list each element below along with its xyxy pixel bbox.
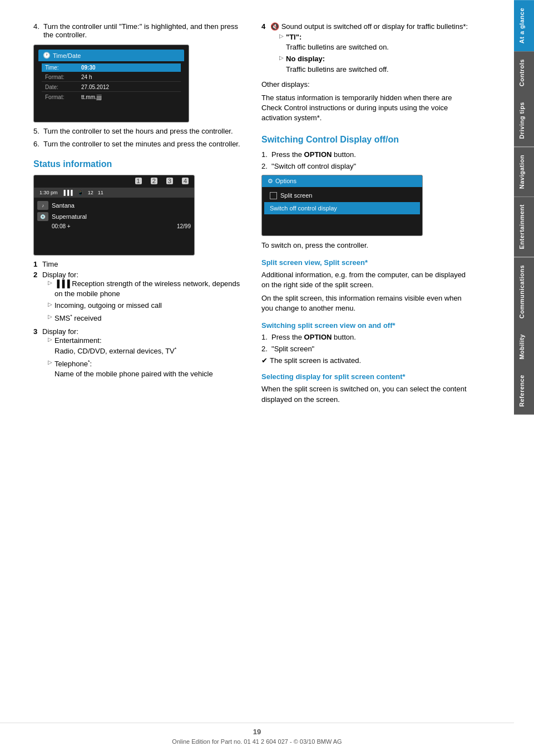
split-screen-checkbox: [270, 192, 277, 199]
clock-icon: 🕐: [43, 52, 51, 59]
switch-step2-text: "Switch off control display": [271, 162, 356, 170]
screen-title: Time/Date: [53, 52, 81, 59]
split-step1-pre: Press the: [271, 333, 304, 341]
right-column: 4 🔇 Sound output is switched off or disp…: [261, 22, 473, 723]
options-title: Options: [275, 178, 296, 184]
status-num2: 11: [98, 190, 103, 195]
legend-item-1: 1 Time: [33, 260, 245, 268]
status-screen: 1 2 3 4 1:30 pm ▐▐▐ 📱 12 11 ♪: [33, 175, 195, 256]
item4-no-display-text: Traffic bulletins are switched off.: [286, 65, 389, 73]
screen-row-format1: Format: 24 h: [42, 73, 181, 82]
signal-icon: ▐▐▐: [62, 190, 73, 195]
step4-text: Turn the controller until "Time:" is hig…: [43, 22, 243, 39]
switch-step1-post: button.: [332, 150, 355, 159]
time-date-screen: 🕐 Time/Date Time: 09:30 Format: 24 h Dat…: [33, 45, 189, 122]
bullet-2-1-text: ▐▐▐ Reception strength of the wireless n…: [55, 279, 245, 299]
item4-bullet2-content: No display: Traffic bulletins are switch…: [286, 54, 389, 74]
step6-container: 6. Turn the controller to set the minute…: [33, 140, 245, 148]
sidebar-item-navigation[interactable]: Navigation: [514, 147, 534, 197]
bullet-2-3-text: SMS* received: [55, 313, 101, 324]
right-num-4: 4: [261, 22, 270, 31]
bullet-3-2: ▷ Telephone*: Name of the mobile phone p…: [42, 359, 213, 380]
split-step2-text: "Split screen": [271, 345, 314, 353]
split-screen-text2: On the split screen, this information re…: [261, 293, 473, 313]
item4-ti-text: Traffic bulletins are switched on.: [286, 43, 389, 51]
phone-icon: 📱: [77, 190, 83, 195]
legend-num-1: 1: [33, 260, 42, 268]
arrow-icon-4-2: ▷: [279, 55, 284, 61]
switching-control-step1: 1. Press the OPTION button.: [261, 150, 473, 159]
option-button-label: OPTION: [304, 150, 332, 159]
row-value-time: 09:30: [81, 65, 96, 71]
split-step2-number: 2.: [261, 345, 268, 353]
bullet-3-1-text: Radio, CD/DVD, external devices, TV*: [55, 346, 176, 357]
switching-control-title: Switching Control Display off/on: [261, 135, 473, 145]
switching-control-step2: 2. "Switch off control display": [261, 162, 473, 170]
track-time: 00:08 +: [52, 223, 71, 229]
step5-container: 5. Turn the controller to set the hours …: [33, 127, 245, 135]
split-activated-text: The split screen is activated.: [270, 356, 361, 365]
other-displays-title: Other displays:: [261, 80, 473, 90]
item4-no-display-label: No display:: [286, 55, 325, 63]
right-item4: 4 🔇 Sound output is switched off or disp…: [261, 22, 473, 76]
sidebar-item-reference[interactable]: Reference: [514, 367, 534, 415]
page-container: 4. Turn the controller until "Time:" is …: [0, 0, 534, 756]
legend-num-3: 3: [33, 327, 42, 381]
sidebar-item-communications[interactable]: Communications: [514, 257, 534, 326]
legend-detail-3: Display for: ▷ Entertainment: Radio, CD/…: [42, 327, 213, 381]
bullet-3-1-content: Entertainment: Radio, CD/DVD, external d…: [55, 336, 176, 357]
item4-text: Sound output is switched off or display …: [281, 22, 468, 31]
sidebar-item-entertainment[interactable]: Entertainment: [514, 197, 534, 257]
step6-number: 6.: [33, 140, 43, 148]
sidebar-item-at-glance[interactable]: At a glance: [514, 0, 534, 51]
status-row-1: ♪ Santana: [37, 201, 191, 210]
item4-header: 🔇 Sound output is switched off or displa…: [270, 22, 468, 31]
split-activated: ✔ The split screen is activated.: [261, 356, 473, 365]
options-switch-off: Switch off control display: [264, 202, 420, 214]
num-label-4: 4: [182, 178, 189, 184]
sidebar-item-driving[interactable]: Driving tips: [514, 94, 534, 147]
split-step1: 1. Press the OPTION button.: [261, 333, 473, 341]
switch-step1-pre: Press the: [271, 150, 304, 159]
status-numbers-row: 1 2 3 4: [135, 178, 189, 184]
split-screen-label: Split screen: [280, 192, 312, 199]
num-label-1: 1: [135, 178, 142, 184]
row-label-format2: Format:: [45, 94, 81, 100]
sidebar-item-mobility[interactable]: Mobility: [514, 326, 534, 367]
options-body: Split screen Switch off control display: [262, 187, 422, 217]
legend-label-1: Time: [42, 260, 58, 268]
switch-on-text: To switch on, press the controller.: [261, 240, 473, 251]
num-label-2: 2: [151, 178, 157, 184]
footer-text: Online Edition for Part no. 01 41 2 604 …: [0, 738, 514, 745]
options-split-screen: Split screen: [264, 189, 420, 202]
bullet-2-3: ▷ SMS* received: [42, 313, 245, 324]
legend-item-2: 2 Display for: ▷ ▐▐▐ Reception strength …: [33, 271, 245, 325]
step5-text: Turn the controller to set the hours and…: [43, 127, 243, 135]
switching-split-title: Switching split screen view on and off*: [261, 321, 473, 330]
legend-num-2: 2: [33, 271, 42, 325]
status-row-3: 00:08 + 12/99: [37, 223, 191, 229]
status-time: 1:30 pm: [39, 190, 58, 195]
split-screen-text1: Additional information, e.g. from the co…: [261, 270, 473, 290]
bullet-3-1-label: Entertainment:: [55, 336, 176, 346]
legend-label-3: Display for:: [42, 327, 213, 336]
item4-bullet-1: ▷ "TI": Traffic bulletins are switched o…: [270, 32, 468, 52]
item4-bullet-2: ▷ No display: Traffic bulletins are swit…: [270, 54, 468, 74]
track-name: Santana: [52, 202, 75, 209]
cd-icon: 💿: [37, 212, 48, 221]
status-num1: 12: [88, 190, 93, 195]
album-name: Supernatural: [52, 213, 87, 220]
options-screen: ⚙ Options Split screen Switch off contro…: [261, 175, 423, 236]
options-header: ⚙ Options: [262, 175, 422, 187]
split-step2: 2. "Split screen": [261, 345, 473, 353]
sidebar-item-controls[interactable]: Controls: [514, 51, 534, 94]
row-value-date: 27.05.2012: [81, 84, 109, 90]
step6-text: Turn the controller to set the minutes a…: [43, 140, 243, 148]
arrow-icon-4-1: ▷: [279, 33, 284, 39]
legend-detail-2: Display for: ▷ ▐▐▐ Reception strength of…: [42, 271, 245, 325]
bullet-2-1: ▷ ▐▐▐ Reception strength of the wireless…: [42, 279, 245, 299]
other-displays-text: The status information is temporarily hi…: [261, 93, 473, 124]
status-row-2: 💿 Supernatural: [37, 212, 191, 221]
speaker-mute-icon: 🔇: [270, 22, 279, 31]
item4-bullet1-content: "TI": Traffic bulletins are switched on.: [286, 32, 389, 52]
